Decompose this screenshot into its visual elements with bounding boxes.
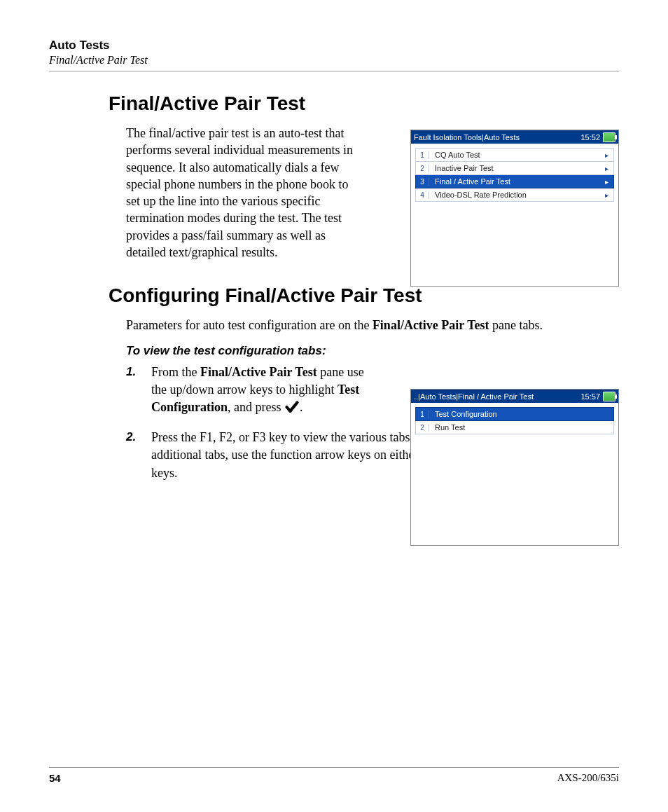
step1-post2: . bbox=[300, 400, 303, 414]
footer-rule bbox=[49, 767, 619, 768]
screenshot1-breadcrumb: Fault Isolation Tools|Auto Tests bbox=[414, 133, 580, 142]
menu-item-cq-auto-test[interactable]: 1 CQ Auto Test ▸ bbox=[415, 148, 614, 162]
row-num: 1 bbox=[416, 151, 429, 159]
screenshot1-time: 15:52 bbox=[580, 133, 600, 142]
chevron-right-icon: ▸ bbox=[605, 165, 613, 172]
config-intro-bold: Final/Active Pair Test bbox=[373, 318, 489, 332]
row-label: CQ Auto Test bbox=[429, 151, 605, 159]
battery-icon bbox=[603, 132, 615, 142]
row-label: Video-DSL Rate Prediction bbox=[429, 191, 605, 199]
model-number: AXS-200/635i bbox=[557, 772, 619, 784]
heading-final-active: Final/Active Pair Test bbox=[109, 92, 619, 115]
chevron-right-icon: ▸ bbox=[605, 151, 613, 159]
screenshot2-body: 1 Test Configuration 2 Run Test bbox=[411, 403, 618, 439]
row-num: 2 bbox=[416, 165, 429, 172]
screenshot1-titlebar: Fault Isolation Tools|Auto Tests 15:52 bbox=[411, 130, 618, 144]
step-1: From the Final/Active Pair Test pane use… bbox=[126, 364, 368, 420]
chevron-right-icon: ▸ bbox=[605, 191, 613, 199]
chevron-right-icon: ▸ bbox=[605, 178, 613, 186]
menu-item-run-test[interactable]: 2 Run Test bbox=[415, 421, 614, 434]
row-label: Test Configuration bbox=[429, 410, 605, 418]
config-intro-post: pane tabs. bbox=[489, 318, 543, 332]
page-footer: 54 AXS-200/635i bbox=[49, 767, 619, 784]
menu-item-video-dsl-rate[interactable]: 4 Video-DSL Rate Prediction ▸ bbox=[415, 188, 614, 202]
intro-paragraph: The final/active pair test is an auto-te… bbox=[126, 125, 357, 261]
screenshot-auto-tests-menu: Fault Isolation Tools|Auto Tests 15:52 1… bbox=[410, 130, 619, 287]
config-intro: Parameters for auto test configuration a… bbox=[126, 317, 616, 333]
chapter-title: Auto Tests bbox=[49, 39, 619, 53]
menu-item-inactive-pair-test[interactable]: 2 Inactive Pair Test ▸ bbox=[415, 162, 614, 175]
battery-icon bbox=[603, 392, 615, 401]
screenshot-final-active-submenu: ..|Auto Tests|Final / Active Pair Test 1… bbox=[410, 389, 619, 546]
step1-pre: From the bbox=[151, 365, 200, 379]
row-num: 3 bbox=[416, 178, 429, 186]
screenshot2-time: 15:57 bbox=[580, 392, 600, 401]
row-label: Inactive Pair Test bbox=[429, 164, 605, 172]
section-subtitle: Final/Active Pair Test bbox=[49, 54, 619, 67]
subheading-tabs: To view the test configuration tabs: bbox=[126, 344, 343, 358]
menu-item-final-active-pair-test[interactable]: 3 Final / Active Pair Test ▸ bbox=[415, 175, 614, 188]
row-label: Final / Active Pair Test bbox=[429, 177, 605, 186]
screenshot2-breadcrumb: ..|Auto Tests|Final / Active Pair Test bbox=[414, 392, 580, 401]
config-intro-pre: Parameters for auto test configuration a… bbox=[126, 318, 373, 332]
row-num: 2 bbox=[416, 424, 429, 432]
page-header: Auto Tests Final/Active Pair Test bbox=[49, 39, 619, 71]
menu-item-test-configuration[interactable]: 1 Test Configuration bbox=[415, 407, 614, 421]
screenshot2-titlebar: ..|Auto Tests|Final / Active Pair Test 1… bbox=[411, 390, 618, 403]
step1-post1: , and press bbox=[228, 400, 284, 414]
row-num: 4 bbox=[416, 191, 429, 199]
screenshot1-body: 1 CQ Auto Test ▸ 2 Inactive Pair Test ▸ … bbox=[411, 144, 618, 206]
heading-configuring: Configuring Final/Active Pair Test bbox=[109, 284, 619, 307]
row-label: Run Test bbox=[429, 423, 605, 432]
check-icon bbox=[284, 400, 300, 419]
step1-b1: Final/Active Pair Test bbox=[200, 365, 317, 379]
header-rule bbox=[49, 71, 619, 71]
row-num: 1 bbox=[416, 411, 429, 418]
page-number: 54 bbox=[49, 772, 61, 784]
